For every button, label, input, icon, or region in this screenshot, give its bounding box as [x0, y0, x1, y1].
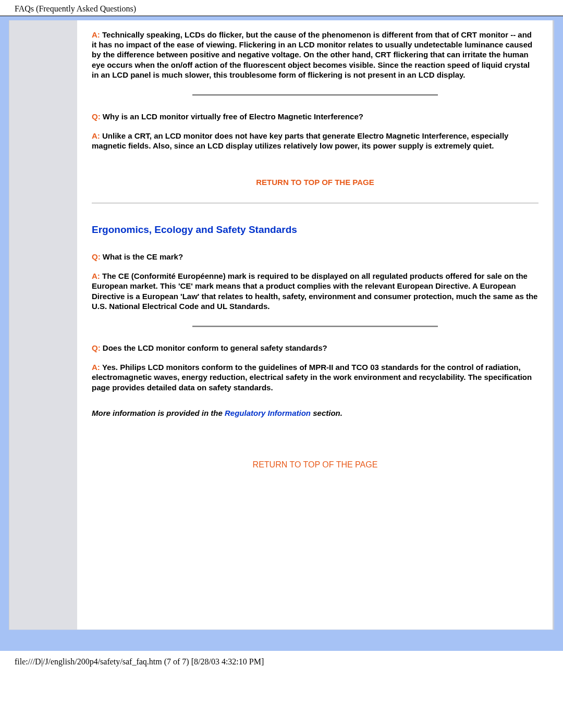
divider	[192, 94, 438, 96]
outer-frame: A: Technically speaking, LCDs do flicker…	[0, 16, 563, 651]
q-text: Does the LCD monitor conform to general …	[103, 343, 327, 352]
thin-divider	[92, 203, 538, 204]
section-heading: Ergonomics, Ecology and Safety Standards	[92, 224, 538, 236]
question-block-ce: Q: What is the CE mark?	[92, 252, 538, 262]
answer-block-flicker: A: Technically speaking, LCDs do flicker…	[92, 30, 538, 80]
return-to-top-plain: RETURN TO TOP OF THE PAGE	[92, 460, 538, 470]
answer-block-ce: A: The CE (Conformité Européenne) mark i…	[92, 271, 538, 311]
a-label: A:	[92, 272, 100, 280]
a-label: A:	[92, 30, 100, 39]
more-info-prefix: More information is provided in the	[92, 409, 225, 417]
q-label: Q:	[92, 252, 101, 261]
more-info-suffix: section.	[311, 409, 342, 417]
q-label: Q:	[92, 343, 101, 352]
a-text: The CE (Conformité Européenne) mark is r…	[92, 272, 537, 311]
question-block-emi: Q: Why is an LCD monitor virtually free …	[92, 112, 538, 121]
return-to-top-link[interactable]: RETURN TO TOP OF THE PAGE	[253, 460, 378, 469]
q-text: What is the CE mark?	[103, 252, 183, 261]
q-text: Why is an LCD monitor virtually free of …	[103, 112, 363, 121]
page-header-title: FAQs (Frequently Asked Questions)	[0, 0, 563, 16]
return-to-top-bold: RETURN TO TOP OF THE PAGE	[92, 177, 538, 187]
a-label: A:	[92, 131, 100, 140]
answer-block-emi: A: Unlike a CRT, an LCD monitor does not…	[92, 131, 538, 151]
sidebar	[9, 20, 77, 630]
more-info-line: More information is provided in the Regu…	[92, 408, 538, 418]
answer-block-safety: A: Yes. Philips LCD monitors conform to …	[92, 362, 538, 392]
content-area: A: Technically speaking, LCDs do flicker…	[77, 20, 553, 630]
page-container: A: Technically speaking, LCDs do flicker…	[9, 20, 554, 630]
q-label: Q:	[92, 112, 101, 121]
a-text: Yes. Philips LCD monitors conform to the…	[92, 363, 532, 391]
regulatory-info-link[interactable]: Regulatory Information	[225, 409, 311, 417]
question-block-safety: Q: Does the LCD monitor conform to gener…	[92, 343, 538, 353]
divider	[192, 326, 438, 327]
a-text: Technically speaking, LCDs do flicker, b…	[92, 30, 532, 79]
return-to-top-link[interactable]: RETURN TO TOP OF THE PAGE	[256, 178, 374, 187]
a-text: Unlike a CRT, an LCD monitor does not ha…	[92, 131, 508, 150]
a-label: A:	[92, 363, 100, 372]
footer-path: file:///D|/J/english/200p4/safety/saf_fa…	[0, 651, 563, 667]
